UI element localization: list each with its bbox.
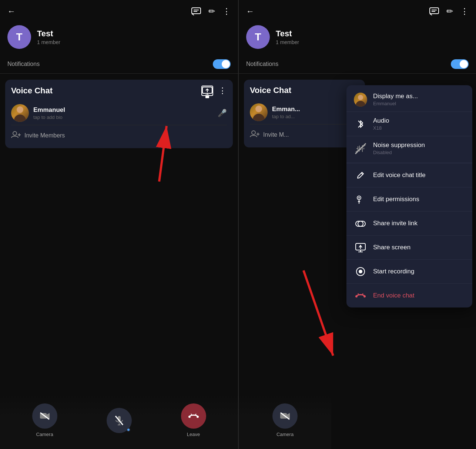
- left-notifications-label: Notifications: [7, 61, 40, 67]
- menu-share-screen[interactable]: Share screen: [346, 236, 472, 259]
- menu-edit-permissions[interactable]: Edit permissions: [346, 187, 472, 211]
- left-invite-row[interactable]: Invite Members: [11, 127, 227, 142]
- right-camera-label: Camera: [276, 432, 294, 437]
- left-chat-icon[interactable]: [191, 7, 201, 16]
- edit-perm-label: Edit permissions: [373, 196, 419, 203]
- display-me-sub: Emmanuel: [373, 101, 418, 106]
- right-group-avatar: T: [246, 25, 270, 49]
- right-edit-icon[interactable]: ✏: [446, 7, 453, 16]
- noise-icon: [354, 142, 367, 155]
- menu-start-recording[interactable]: Start recording: [346, 260, 472, 283]
- svg-rect-23: [430, 8, 439, 14]
- share-screen-icon: [354, 241, 367, 254]
- left-member-name: Emmanuel: [33, 106, 213, 114]
- noise-sub: Disabled: [373, 150, 425, 155]
- right-notifications-toggle[interactable]: [451, 59, 469, 69]
- left-member-row: Emmanuel tap to add bio 🎤: [11, 101, 227, 125]
- right-invite-text: Invite M...: [263, 132, 289, 138]
- svg-point-27: [252, 131, 255, 134]
- menu-noise[interactable]: Noise suppression Disabled: [346, 136, 472, 160]
- context-menu: Display me as... Emmanuel Audio X18: [346, 85, 472, 307]
- recording-icon: [354, 265, 367, 278]
- left-mic-dot: [127, 428, 130, 432]
- left-back-button[interactable]: ←: [7, 7, 16, 16]
- left-group-avatar: T: [7, 25, 31, 49]
- menu-display-me[interactable]: Display me as... Emmanuel: [346, 87, 472, 112]
- right-member-row: Emman... tap to ad...: [250, 100, 359, 124]
- right-voice-chat-title: Voice Chat: [250, 86, 291, 95]
- svg-rect-0: [192, 8, 201, 14]
- svg-point-52: [363, 295, 366, 297]
- bluetooth-icon: [354, 117, 367, 131]
- right-back-button[interactable]: ←: [246, 7, 254, 16]
- end-chat-icon: [354, 289, 367, 302]
- start-recording-label: Start recording: [373, 268, 415, 275]
- share-invite-label: Share invite link: [373, 220, 418, 227]
- left-voice-chat-title: Voice Chat: [11, 86, 53, 96]
- audio-sub: X18: [373, 125, 389, 131]
- left-leave-btn[interactable]: Leave: [181, 403, 206, 437]
- right-camera-btn[interactable]: Camera: [272, 403, 298, 437]
- svg-point-19: [188, 416, 191, 418]
- right-member-name: Emman...: [272, 106, 359, 113]
- right-invite-icon: [250, 130, 259, 140]
- left-screen-share-icon[interactable]: [201, 86, 213, 96]
- right-group-name: Test: [276, 29, 299, 39]
- menu-edit-title[interactable]: Edit voice chat title: [346, 163, 472, 187]
- left-edit-icon[interactable]: ✏: [208, 7, 215, 16]
- left-notifications-toggle[interactable]: [213, 59, 231, 69]
- share-screen-label: Share screen: [373, 244, 410, 251]
- svg-point-51: [355, 295, 358, 297]
- edit-title-icon: [354, 169, 367, 182]
- menu-share-invite[interactable]: Share invite link: [346, 212, 472, 235]
- left-leave-label: Leave: [187, 432, 200, 437]
- left-camera-label: Camera: [36, 432, 53, 437]
- right-chat-icon[interactable]: [429, 7, 439, 16]
- edit-permissions-icon: [354, 193, 367, 206]
- right-more-icon[interactable]: ⋮: [460, 7, 469, 16]
- left-three-dots[interactable]: ⋮: [218, 86, 227, 96]
- share-invite-icon: [354, 217, 367, 230]
- right-member-bio: tap to ad...: [272, 114, 359, 119]
- left-group-header: T Test 1 member: [0, 21, 238, 55]
- end-chat-label: End voice chat: [373, 292, 415, 299]
- edit-title-label: Edit voice chat title: [373, 172, 426, 179]
- menu-end-voice-chat[interactable]: End voice chat: [346, 284, 472, 307]
- left-member-bio: tap to add bio: [33, 114, 213, 120]
- svg-rect-55: [280, 413, 287, 419]
- svg-rect-43: [358, 221, 365, 226]
- left-mic-btn[interactable]: [107, 408, 132, 433]
- menu-audio[interactable]: Audio X18: [346, 112, 472, 136]
- right-top-bar: ← ✏ ⋮: [239, 0, 476, 21]
- audio-title: Audio: [373, 117, 389, 124]
- left-more-icon[interactable]: ⋮: [222, 7, 231, 16]
- svg-rect-12: [40, 413, 47, 419]
- right-bottom-controls: Camera: [239, 395, 331, 449]
- left-bottom-controls: Camera: [0, 395, 238, 449]
- display-me-avatar: [354, 93, 367, 106]
- svg-rect-42: [356, 221, 363, 226]
- display-me-title: Display me as...: [373, 93, 418, 100]
- right-group-members: 1 member: [276, 39, 299, 45]
- left-invite-text: Invite Members: [24, 132, 65, 139]
- left-mic-icon[interactable]: 🎤: [218, 109, 227, 117]
- left-invite-icon: [11, 130, 21, 141]
- right-notifications-label: Notifications: [246, 61, 278, 67]
- svg-point-50: [359, 270, 362, 273]
- right-notifications-row: Notifications: [239, 55, 476, 74]
- left-voice-chat-icons: ⋮: [201, 86, 227, 96]
- svg-point-9: [13, 132, 17, 135]
- left-voice-chat-card: Voice Chat ⋮: [5, 80, 233, 148]
- left-group-name: Test: [37, 29, 60, 39]
- right-group-header: T Test 1 member: [239, 21, 476, 55]
- right-member-avatar: [250, 103, 268, 121]
- svg-point-41: [358, 197, 360, 199]
- left-top-bar: ← ✏ ⋮: [0, 0, 238, 21]
- svg-point-20: [197, 416, 199, 418]
- left-member-avatar: [11, 104, 29, 122]
- right-invite-row[interactable]: Invite M...: [250, 126, 359, 142]
- noise-title: Noise suppression: [373, 142, 425, 149]
- left-group-members: 1 member: [37, 39, 60, 45]
- left-notifications-row: Notifications: [0, 55, 238, 74]
- left-camera-btn[interactable]: Camera: [32, 403, 57, 437]
